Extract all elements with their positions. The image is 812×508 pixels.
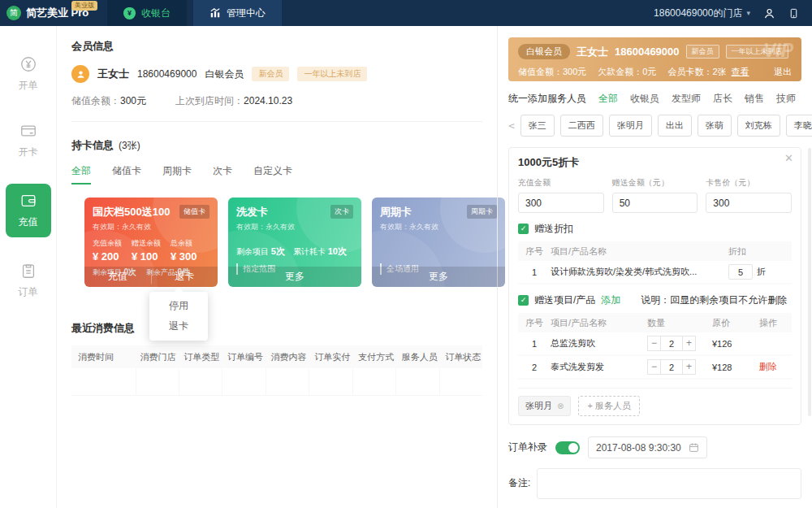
col-header: 订单状态 (438, 351, 482, 363)
selected-staff-chip[interactable]: 张明月 ⊗ (518, 396, 571, 416)
app-logo-icon: 简 (6, 6, 21, 20)
brand: 简 简艺美业 Pro 美业版 (0, 0, 102, 26)
member-badge-new: 新会员 (252, 67, 289, 81)
add-staff-button[interactable]: + 服务人员 (578, 396, 639, 416)
stat-value: ¥ 200 (93, 250, 132, 263)
col-header: 支付方式 (352, 351, 395, 363)
discount-value-input[interactable] (728, 264, 753, 280)
sidebar-item-orders[interactable]: 订单 (6, 257, 51, 304)
app-window: 简 简艺美业 Pro 美业版 ¥ 收银台 管理中心 18600469000的门店… (0, 0, 812, 508)
more-button[interactable]: 更多 (372, 270, 505, 284)
card-price-input[interactable] (706, 193, 792, 213)
tab-stored-value[interactable]: 储值卡 (112, 164, 141, 185)
recharge-button[interactable]: 充值 (84, 270, 151, 284)
checkbox-checked-icon[interactable]: ✓ (518, 295, 529, 306)
staff-filter-label: 统一添加服务人员 (508, 92, 586, 106)
clipboard-icon (19, 262, 37, 280)
sidebar-item-recharge[interactable]: 充值 (6, 184, 51, 237)
cards-count: (3张) (119, 139, 140, 153)
col-header: 折扣 (728, 245, 792, 258)
col-header: 消费时间 (71, 351, 134, 363)
card-type-tag: 周期卡 (467, 205, 497, 219)
last-visit-label: 上次到店时间： (175, 95, 244, 106)
nav-cashier-tab[interactable]: ¥ 收银台 (107, 0, 187, 26)
store-selector[interactable]: 18600469000的门店 ▾ (654, 7, 750, 20)
chevron-left-icon[interactable]: < (508, 119, 515, 132)
col-header: 序号 (518, 317, 551, 329)
menu-item-refund[interactable]: 退卡 (149, 316, 208, 336)
staff-tab-sales[interactable]: 销售 (745, 92, 764, 106)
tab-all[interactable]: 全部 (71, 164, 91, 185)
scrollbar[interactable] (808, 148, 811, 416)
close-icon[interactable]: ✕ (784, 152, 793, 164)
more-button[interactable]: 更多 (228, 270, 361, 284)
remark-input[interactable] (537, 468, 801, 499)
exit-member-link[interactable]: 退出 (774, 66, 792, 78)
decrease-icon[interactable]: − (647, 359, 661, 375)
vip-banner: 白银会员 王女士 18600469000 新会员 一年以上未到店 VIP 储值金… (508, 37, 801, 81)
gift-amount-input[interactable] (612, 193, 698, 213)
version-badge: 美业版 (71, 1, 97, 11)
col-header: 项目/产品名称 (551, 245, 728, 258)
order-item-card: ✕ 1000元5折卡 充值金额 赠送金额（元） 卡售价（元） (508, 147, 801, 425)
staff-chip[interactable]: 二西西 (560, 115, 603, 137)
consumption-table: 消费时间 消费门店 订单类型 订单编号 消费内容 订单实付 支付方式 服务人员 … (71, 345, 482, 396)
cards-title: 持卡信息 (71, 138, 114, 153)
staff-chip[interactable]: 出出 (658, 115, 692, 137)
retro-date-picker[interactable]: 2017-08-08 9:30:30 (588, 436, 707, 458)
recharge-amount-label: 充值金额 (518, 177, 604, 189)
stored-label: 储值金额： (518, 67, 563, 76)
consumption-title: 最近消费信息 (71, 321, 482, 336)
staff-tab-technician[interactable]: 技师 (776, 92, 796, 106)
staff-chip[interactable]: 李晓梅 (786, 115, 812, 137)
delete-link[interactable]: 删除 (759, 361, 792, 373)
sidebar-item-billing[interactable]: 开单 (6, 50, 51, 98)
increase-icon[interactable]: + (682, 359, 696, 375)
refund-card-button[interactable]: 退卡 (151, 270, 218, 284)
staff-tab-manager[interactable]: 店长 (713, 92, 732, 106)
sidebar-item-label: 订单 (19, 285, 38, 299)
staff-chip[interactable]: 张萌 (698, 115, 732, 137)
discount-table: 序号 项目/产品名称 折扣 1 设计师款洗剪吹/染发类/韩式洗剪吹... 折 (518, 241, 792, 284)
user-icon[interactable] (763, 7, 775, 20)
staff-tab-stylist[interactable]: 发型师 (672, 92, 701, 106)
add-gift-link[interactable]: 添加 (601, 293, 620, 307)
add-staff-label: 服务人员 (595, 401, 631, 410)
staff-tab-cashier[interactable]: 收银员 (630, 92, 659, 106)
tab-custom[interactable]: 自定义卡 (253, 164, 292, 185)
col-header: 序号 (518, 245, 551, 258)
decrease-icon[interactable]: − (647, 336, 661, 351)
staff-chip[interactable]: 刘克栋 (737, 115, 780, 137)
gift-discount-label: 赠送折扣 (534, 222, 573, 236)
recharge-amount-input[interactable] (518, 193, 604, 213)
card-validity: 有效期：永久有效 (380, 222, 497, 232)
view-cards-link[interactable]: 查看 (732, 66, 749, 78)
quantity-stepper: − 2 + (647, 359, 712, 375)
staff-chip[interactable]: 张明月 (609, 115, 652, 137)
vip-phone: 18600469000 (615, 46, 680, 58)
tab-count[interactable]: 次卡 (213, 164, 232, 185)
increase-icon[interactable]: + (682, 336, 696, 351)
retro-entry-toggle[interactable] (555, 441, 580, 454)
mobile-device-icon[interactable] (788, 7, 799, 20)
checkout-panel: 白银会员 王女士 18600469000 新会员 一年以上未到店 VIP 储值金… (497, 26, 812, 508)
gift-item-price: ¥126 (712, 339, 759, 349)
remove-icon[interactable]: ⊗ (557, 402, 564, 410)
col-header: 订单类型 (177, 351, 221, 363)
menu-item-disable[interactable]: 停用 (149, 296, 208, 316)
gift-items-row: ✓ 赠送项目/产品 添加 说明：回显的剩余项目不允许删除 (518, 293, 792, 307)
checkbox-checked-icon[interactable]: ✓ (518, 224, 529, 234)
row-index: 1 (518, 339, 551, 349)
gift-items-label: 赠送项目/产品 (534, 293, 595, 307)
card-footer: 更多 (372, 267, 505, 287)
nav-admin-tab[interactable]: 管理中心 (193, 0, 282, 26)
staff-tab-all[interactable]: 全部 (598, 92, 618, 106)
card-stats: 充值余额¥ 200 赠送余额¥ 100 总余额¥ 300 (93, 238, 209, 263)
card-validity: 有效期：永久有效 (93, 222, 209, 232)
quantity-value: 2 (661, 359, 682, 375)
col-header: 项目/产品名称 (551, 317, 647, 329)
staff-chip[interactable]: 张三 (520, 115, 555, 137)
sidebar-item-open-card[interactable]: 开卡 (6, 117, 51, 164)
gift-item-row: 1 总监洗剪吹 − 2 + ¥126 (518, 332, 792, 356)
tab-period[interactable]: 周期卡 (162, 164, 192, 185)
